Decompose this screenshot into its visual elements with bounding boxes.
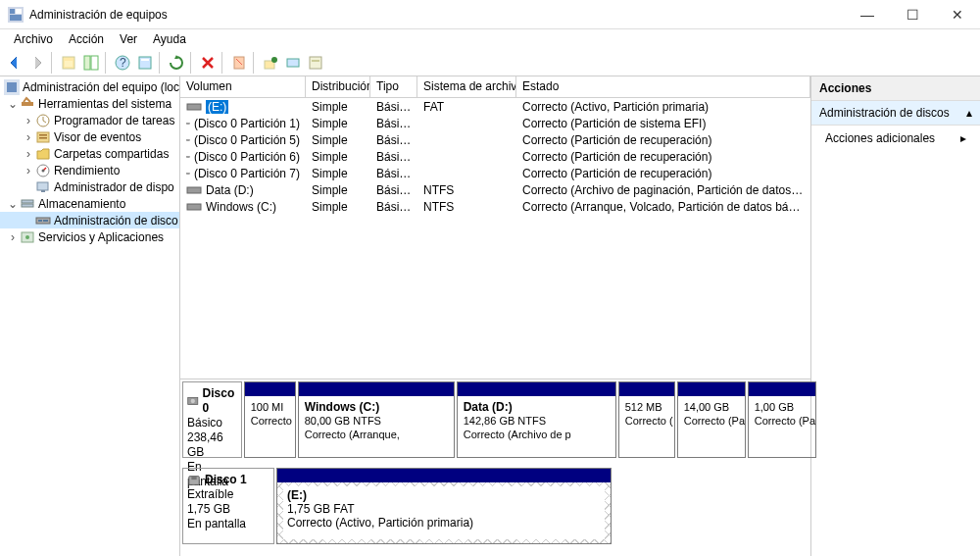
svg-rect-3: [10, 15, 22, 21]
volume-row[interactable]: (Disco 0 Partición 1)SimpleBásicoCorrect…: [180, 115, 810, 131]
center-pane: Volumen Distribución Tipo Sistema de arc…: [180, 76, 811, 556]
tree-shared-folders[interactable]: ›Carpetas compartidas: [0, 145, 179, 162]
properties-button[interactable]: [134, 52, 156, 74]
menu-file[interactable]: Archivo: [6, 30, 61, 48]
svg-point-14: [271, 57, 277, 63]
disk1-partition[interactable]: (E:)1,75 GB FATCorrecto (Activo, Partici…: [276, 468, 612, 544]
volume-grid-header: Volumen Distribución Tipo Sistema de arc…: [180, 76, 810, 98]
disk1-row[interactable]: Disco 1 Extraíble 1,75 GB En pantalla (E…: [182, 468, 808, 544]
svg-point-44: [191, 399, 195, 403]
format-button[interactable]: [228, 52, 250, 74]
forward-button[interactable]: [26, 52, 48, 74]
disk0-partition[interactable]: 1,00 GBCorrecto (Pa: [748, 381, 816, 458]
svg-rect-40: [186, 173, 189, 174]
svg-rect-23: [39, 134, 47, 136]
window-title: Administración de equipos: [29, 8, 845, 22]
maximize-button[interactable]: ☐: [890, 0, 935, 29]
tree-event-viewer[interactable]: ›Visor de eventos: [0, 128, 179, 145]
action-mount-button[interactable]: [282, 52, 304, 74]
col-layout[interactable]: Distribución: [306, 76, 370, 97]
disk0-partition[interactable]: 512 MBCorrecto (: [618, 381, 675, 458]
svg-rect-32: [38, 220, 42, 222]
tree-services[interactable]: ›Servicios y Aplicaciones: [0, 228, 179, 245]
disk0-partition[interactable]: 100 MICorrecto (: [244, 381, 296, 458]
up-button[interactable]: [58, 52, 79, 74]
svg-rect-33: [43, 220, 48, 222]
svg-rect-42: [187, 204, 201, 210]
col-type[interactable]: Tipo: [370, 76, 417, 97]
hdd-icon: [187, 394, 199, 408]
help-button[interactable]: ?: [112, 52, 133, 74]
svg-rect-39: [186, 156, 189, 157]
actions-more[interactable]: Acciones adicionales▸: [811, 126, 980, 151]
nav-tree[interactable]: Administración del equipo (loc ⌄Herramie…: [0, 76, 180, 556]
disk0-partition[interactable]: Windows (C:)80,00 GB NTFSCorrecto (Arran…: [298, 381, 455, 458]
tree-performance[interactable]: ›Rendimiento: [0, 162, 179, 178]
refresh-button[interactable]: [166, 52, 187, 74]
volume-grid-body[interactable]: (E:)SimpleBásicoFATCorrecto (Activo, Par…: [180, 98, 810, 379]
col-volume[interactable]: Volumen: [180, 76, 306, 97]
delete-button[interactable]: [197, 52, 219, 74]
svg-rect-11: [141, 59, 149, 61]
minimize-button[interactable]: —: [845, 0, 890, 29]
volume-row[interactable]: (Disco 0 Partición 5)SimpleBásicoCorrect…: [180, 131, 810, 148]
volume-row[interactable]: (Disco 0 Partición 6)SimpleBásicoCorrect…: [180, 148, 810, 165]
disk-graphical-view: Disco 0 Básico 238,46 GB En pantalla 100…: [180, 379, 810, 556]
svg-rect-15: [287, 59, 299, 67]
svg-rect-7: [91, 56, 98, 70]
svg-rect-27: [37, 182, 48, 190]
svg-rect-36: [187, 104, 201, 110]
menu-view[interactable]: Ver: [112, 30, 145, 48]
tree-task-scheduler[interactable]: ›Programador de tareas: [0, 112, 179, 128]
svg-rect-17: [312, 60, 319, 62]
svg-rect-38: [186, 139, 189, 140]
actions-pane: Acciones Administración de discos▴ Accio…: [811, 76, 980, 556]
svg-rect-10: [139, 57, 151, 69]
tree-disk-management[interactable]: Administración de disco: [0, 212, 179, 228]
volume-row[interactable]: (E:)SimpleBásicoFATCorrecto (Activo, Par…: [180, 98, 810, 115]
titlebar: Administración de equipos — ☐ ✕: [0, 0, 980, 29]
svg-rect-37: [186, 123, 189, 124]
svg-rect-1: [10, 9, 15, 14]
svg-text:?: ?: [120, 56, 126, 70]
removable-icon: [187, 474, 201, 487]
action-settings-button[interactable]: [305, 52, 326, 74]
disk0-row[interactable]: Disco 0 Básico 238,46 GB En pantalla 100…: [182, 381, 808, 458]
actions-selected[interactable]: Administración de discos▴: [811, 101, 980, 126]
svg-rect-19: [7, 82, 17, 92]
volume-row[interactable]: Windows (C:)SimpleBásicoNTFSCorrecto (Ar…: [180, 198, 810, 215]
back-button[interactable]: [4, 52, 25, 74]
tree-system-tools[interactable]: ⌄Herramientas del sistema: [0, 95, 179, 112]
menu-help[interactable]: Ayuda: [145, 30, 194, 48]
tree-storage[interactable]: ⌄Almacenamiento: [0, 195, 179, 212]
menu-action[interactable]: Acción: [61, 30, 112, 48]
actions-header: Acciones: [811, 76, 980, 101]
col-fs[interactable]: Sistema de archivos: [417, 76, 516, 97]
svg-rect-5: [65, 61, 73, 67]
svg-rect-6: [84, 56, 90, 70]
chevron-right-icon: ▸: [960, 131, 966, 145]
svg-rect-41: [187, 187, 201, 193]
disk0-partition[interactable]: 14,00 GBCorrecto (Partició: [677, 381, 746, 458]
volume-row[interactable]: Data (D:)SimpleBásicoNTFSCorrecto (Archi…: [180, 181, 810, 198]
collapse-icon: ▴: [966, 106, 972, 120]
tree-device-manager[interactable]: Administrador de dispo: [0, 178, 179, 195]
svg-rect-46: [191, 476, 196, 480]
svg-point-26: [42, 169, 45, 172]
show-hide-tree-button[interactable]: [80, 52, 102, 74]
menubar: Archivo Acción Ver Ayuda: [0, 29, 980, 49]
tree-root[interactable]: Administración del equipo (loc: [0, 78, 179, 95]
svg-point-35: [25, 235, 29, 239]
action-create-button[interactable]: [260, 52, 281, 74]
svg-rect-28: [41, 190, 45, 192]
disk0-partition[interactable]: Data (D:)142,86 GB NTFSCorrecto (Archivo…: [457, 381, 616, 458]
svg-rect-16: [310, 57, 321, 69]
svg-rect-12: [234, 57, 244, 69]
toolbar: ?: [0, 49, 980, 76]
disk0-label: Disco 0 Básico 238,46 GB En pantalla: [182, 381, 242, 458]
svg-rect-2: [16, 9, 22, 14]
col-status[interactable]: Estado: [516, 76, 810, 97]
volume-row[interactable]: (Disco 0 Partición 7)SimpleBásicoCorrect…: [180, 165, 810, 181]
app-icon: [8, 7, 24, 23]
close-button[interactable]: ✕: [935, 0, 980, 29]
